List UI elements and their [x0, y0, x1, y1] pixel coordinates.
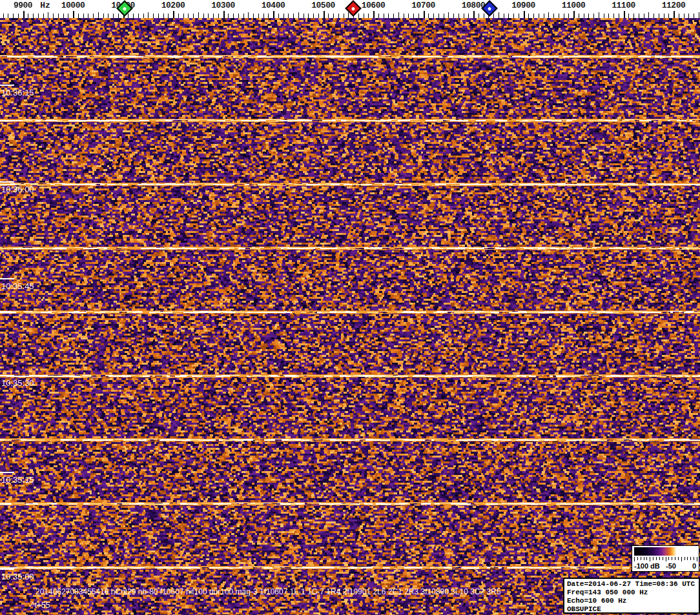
freq-tick	[153, 14, 154, 18]
freq-tick-label: 11200	[662, 1, 686, 10]
time-label: 10:36:00	[1, 185, 34, 194]
db-gradient-bar	[634, 547, 697, 556]
time-tick	[0, 472, 14, 473]
freq-tick	[268, 14, 269, 18]
freq-tick	[168, 14, 169, 18]
freq-tick	[38, 14, 39, 18]
db-scale-tick	[634, 557, 635, 561]
marker-center-dot	[122, 6, 127, 10]
freq-tick	[228, 14, 229, 18]
freq-tick	[308, 14, 309, 18]
freq-tick	[619, 14, 619, 18]
freq-tick	[88, 14, 88, 18]
freq-tick	[553, 14, 554, 18]
freq-tick	[313, 14, 314, 18]
freq-tick	[484, 14, 484, 18]
freq-tick	[58, 14, 59, 18]
freq-tick	[448, 12, 449, 18]
speclab-waterfall-window: Hz 9900100001010010200103001040010500106…	[0, 0, 700, 615]
db-scale-tick	[675, 557, 675, 560]
freq-tick	[468, 14, 469, 18]
freq-tick	[83, 14, 84, 18]
freq-tick	[398, 12, 399, 18]
freq-tick	[348, 12, 349, 18]
freq-tick	[533, 14, 534, 18]
freq-tick	[668, 14, 669, 18]
freq-tick	[679, 14, 679, 18]
freq-tick-label: 10700	[411, 1, 435, 10]
freq-tick	[684, 14, 685, 18]
freq-tick	[593, 14, 594, 18]
freq-tick	[78, 14, 79, 18]
freq-tick	[599, 12, 599, 18]
freq-tick	[364, 14, 364, 18]
time-tick	[0, 375, 14, 376]
freq-tick	[508, 14, 509, 18]
freq-unit-label: Hz	[40, 1, 50, 10]
db-scale-tick	[656, 557, 657, 560]
freq-tick	[298, 12, 299, 18]
freq-tick	[464, 14, 464, 18]
time-tick	[0, 181, 14, 183]
freq-tick	[408, 14, 409, 18]
freq-tick	[273, 11, 274, 18]
freq-tick	[33, 14, 34, 18]
freq-tick	[413, 14, 414, 18]
freq-tick	[458, 14, 459, 18]
freq-tick	[328, 14, 329, 18]
db-scale-tick	[690, 557, 691, 560]
freq-tick	[133, 14, 134, 18]
info-line: Freq=143 050 000 Hz	[567, 589, 699, 597]
freq-tick	[288, 14, 289, 18]
freq-tick	[238, 14, 239, 18]
time-tick	[0, 85, 14, 86]
freq-tick	[73, 11, 74, 18]
freq-tick	[659, 14, 659, 18]
freq-tick	[548, 12, 549, 18]
db-scale-tick	[697, 557, 697, 561]
db-scale-tick	[659, 557, 660, 560]
freq-tick	[544, 14, 544, 18]
time-label: 10:35:00	[1, 572, 34, 581]
freq-tick	[248, 12, 249, 18]
freq-tick	[444, 14, 444, 18]
freq-tick	[203, 14, 204, 18]
freq-tick	[213, 14, 214, 18]
freq-tick	[604, 14, 604, 18]
db-scale-tick	[681, 557, 682, 561]
db-scale-tick	[678, 557, 679, 560]
time-tick	[0, 569, 14, 570]
freq-tick	[8, 14, 8, 18]
db-scale-tick	[650, 557, 650, 561]
freq-tick-label: 10500	[311, 1, 335, 10]
frequency-axis: Hz 9900100001010010200103001040010500106…	[0, 0, 700, 18]
db-scale-max-label: 0	[692, 562, 696, 570]
freq-tick	[243, 14, 244, 18]
time-label: 10:36:15	[1, 88, 34, 97]
db-scale-tick	[646, 557, 647, 560]
event-annotation: 20140627083455416 hCnt29 nb-80 f10607 hi…	[36, 587, 501, 596]
info-line: Echo=10 600 Hz	[567, 597, 699, 605]
freq-tick	[158, 14, 159, 18]
freq-tick	[128, 14, 129, 18]
db-scale-tick	[637, 557, 638, 560]
freq-tick	[664, 14, 664, 18]
freq-tick	[699, 12, 699, 18]
freq-tick	[198, 12, 199, 18]
freq-tick-label: 10200	[161, 1, 185, 10]
freq-tick	[113, 14, 114, 18]
freq-tick	[223, 11, 225, 18]
freq-tick	[674, 11, 675, 18]
freq-tick	[368, 14, 369, 18]
freq-tick	[18, 14, 19, 18]
freq-tick	[178, 14, 179, 18]
freq-tick	[648, 12, 649, 18]
freq-tick	[258, 14, 259, 18]
station-info-panel: Date=2014-06-27 Time=08:36 UTCFreq=143 0…	[563, 578, 700, 614]
freq-tick	[519, 14, 519, 18]
freq-tick-label: 10400	[262, 1, 285, 10]
db-scale-legend: -100 dB -50 0	[632, 545, 699, 572]
db-scale-mid-label: -50	[666, 562, 676, 570]
freq-tick	[173, 11, 174, 18]
freq-tick	[358, 14, 359, 18]
